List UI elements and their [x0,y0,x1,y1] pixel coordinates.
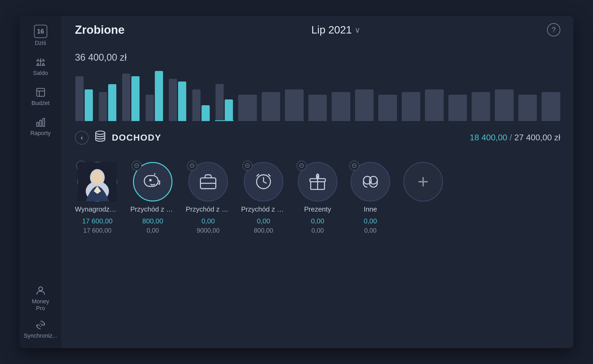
bar-actual [225,99,233,120]
bar-actual [178,82,186,121]
bar-group[interactable] [472,68,490,121]
bar-group[interactable] [308,68,327,121]
category-value-primary: 0,00 [364,217,377,225]
bar-budget [448,95,467,121]
category-value-primary: 800,00 [142,217,163,225]
chevron-down-icon: ∨ [355,25,360,35]
main-content: Zrobione Lip 2021 ∨ ? 36 400,00 zł ‹ [62,16,573,348]
sidebar-item-money-pro[interactable]: Money Pro [23,281,58,315]
date-number: 16 [37,28,44,35]
category-value-primary: 0,00 [257,217,270,225]
category-name: Przychód z ods... [130,205,175,213]
add-category-button[interactable] [403,162,443,202]
bar-group[interactable] [168,68,187,121]
bar-budget [425,89,443,121]
income-section: ‹ DOCHODY 18 400,00 / 27 400,00 [62,124,573,151]
date-badge: 16 [34,25,47,38]
income-label: DOCHODY [112,132,161,143]
category-name: Wynagrodzenie [75,205,120,213]
category-icon-wrapper [188,162,228,202]
bar-group[interactable] [145,68,163,121]
bar-group[interactable] [355,68,374,121]
bar-group[interactable] [378,68,397,121]
bar-group[interactable] [238,68,257,121]
bar-actual [108,84,116,121]
category-item[interactable]: Prezenty0,000,00 [296,162,339,234]
bar-budget [495,89,513,121]
svg-point-7 [39,324,42,327]
bar-group[interactable] [192,68,210,121]
remove-category-button[interactable] [242,161,252,171]
bar-group[interactable] [332,68,350,121]
category-item[interactable]: Przychód z ods...800,000,00 [130,162,175,234]
bar-group[interactable] [425,68,443,121]
sidebar-item-label-budzet: Budżet [31,100,50,107]
category-item[interactable]: Inne0,000,00 [349,162,391,234]
bar-actual [85,89,93,121]
category-item[interactable]: Przychód z biz...0,009000,00 [186,162,231,234]
svg-rect-4 [40,120,41,126]
bar-budget [332,92,350,121]
category-item[interactable]: Wynagrodzenie17 600,0017 600,00 [75,162,120,234]
sidebar-item-raporty[interactable]: Raporty [23,113,58,140]
bar-group[interactable] [75,68,93,121]
scale-icon [35,56,46,68]
bar-budget [99,92,107,121]
header: Zrobione Lip 2021 ∨ ? [62,16,573,44]
sidebar-item-label-dzis: Dziś [35,40,46,46]
svg-rect-3 [37,122,39,126]
bar-group[interactable] [402,68,420,121]
bar-group[interactable] [518,68,537,121]
sidebar-item-sync[interactable]: Synchroniz... [23,315,58,343]
bar-group[interactable] [262,68,280,121]
sidebar-item-saldo[interactable]: Saldo [23,53,58,80]
category-name: Prezenty [304,205,331,213]
bar-budget [472,92,490,121]
bar-group[interactable] [285,68,303,121]
svg-point-8 [96,131,105,135]
bar-group[interactable] [122,68,140,121]
bar-budget [518,95,537,121]
budget-icon [35,87,46,98]
remove-category-button[interactable] [187,161,197,171]
sidebar-item-budzet[interactable]: Budżet [23,83,58,110]
bar-budget [146,95,154,121]
bar-budget [238,95,257,121]
svg-point-17 [150,179,151,181]
category-circle-wynagrodzenie [78,162,117,202]
help-button[interactable]: ? [547,23,560,36]
sidebar-item-label-money-pro: Money Pro [29,298,52,312]
category-name: Przychód z biz... [186,205,231,213]
bar-budget [308,95,327,121]
categories: Wynagrodzenie17 600,0017 600,00 Przychód… [62,151,573,245]
category-item[interactable]: Przychód z dy...0,00800,00 [241,162,286,234]
bar-group[interactable] [215,68,233,121]
sidebar-item-dzis[interactable]: 16 Dziś [23,21,58,50]
income-current: 18 400,00 [470,133,507,142]
income-total: 27 400,00 zł [514,133,560,142]
bar-group[interactable] [495,68,513,121]
remove-category-button[interactable] [349,161,359,171]
category-value-primary: 0,00 [202,217,215,225]
category-name: Przychód z dy... [241,205,286,213]
sidebar-item-label-sync: Synchroniz... [24,332,57,339]
month-selector[interactable]: Lip 2021 ∨ [311,24,360,36]
category-icon-wrapper [351,162,390,202]
sidebar-item-label-saldo: Saldo [33,70,48,76]
add-category-item[interactable] [402,162,444,234]
bar-actual [155,71,163,121]
bar-budget [262,92,280,121]
bar-group[interactable] [542,68,560,121]
bar-budget [402,92,420,121]
remove-category-button[interactable] [132,161,142,171]
chart-icon [35,117,46,128]
category-value-secondary: 0,00 [147,227,159,234]
bar-group[interactable] [98,68,117,121]
back-button[interactable]: ‹ [75,131,89,145]
sync-icon [35,319,46,331]
category-value-secondary: 17 600,00 [83,227,112,234]
category-value-secondary: 0,00 [364,227,377,234]
bar-group[interactable] [448,68,467,121]
category-name: Inne [364,205,377,213]
remove-category-button[interactable] [296,161,307,171]
